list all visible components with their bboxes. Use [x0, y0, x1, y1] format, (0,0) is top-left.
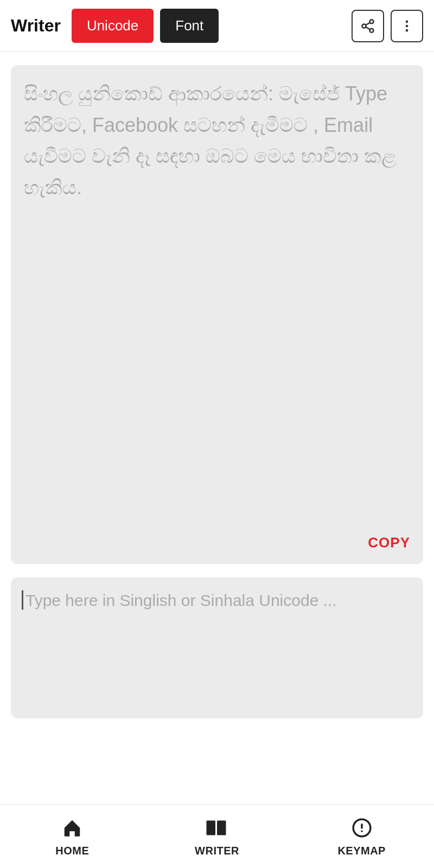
svg-point-5 [406, 20, 409, 23]
share-icon [360, 18, 375, 34]
main-content: සිංහල යුනිකොඩ් ආකාරයෙන්: මැසේජ් Type කිර… [0, 52, 434, 804]
writer-icon [206, 818, 228, 841]
svg-rect-9 [217, 821, 226, 835]
app-title: Writer [11, 16, 61, 36]
more-icon [399, 18, 414, 34]
svg-line-4 [366, 22, 370, 25]
text-cursor [22, 590, 23, 610]
keymap-icon [352, 818, 372, 841]
home-icon [62, 818, 82, 841]
share-button[interactable] [352, 10, 384, 42]
svg-rect-8 [207, 821, 216, 835]
svg-line-3 [366, 27, 370, 29]
app-header: Writer Unicode Font [0, 0, 434, 52]
bottom-navigation: HOME WRITER KEYMAP [0, 804, 434, 868]
unicode-button[interactable]: Unicode [72, 9, 154, 43]
output-area: සිංහල යුනිකොඩ් ආකාරයෙන්: මැසේජ් Type කිර… [11, 65, 423, 564]
input-placeholder: Type here in Singlish or Sinhala Unicode… [25, 588, 337, 612]
nav-writer-label: WRITER [195, 845, 239, 857]
output-text: සිංහල යුනිකොඩ් ආකාරයෙන්: මැසේජ් Type කිර… [24, 78, 410, 526]
copy-button[interactable]: COPY [368, 534, 410, 551]
nav-item-keymap[interactable]: KEYMAP [289, 813, 434, 861]
nav-home-label: HOME [55, 845, 89, 857]
nav-item-writer[interactable]: WRITER [145, 813, 290, 861]
input-area[interactable]: Type here in Singlish or Sinhala Unicode… [11, 577, 423, 718]
svg-point-6 [406, 24, 409, 27]
nav-keymap-label: KEYMAP [337, 845, 386, 857]
more-options-button[interactable] [391, 10, 423, 42]
svg-point-7 [406, 29, 409, 31]
nav-item-home[interactable]: HOME [0, 813, 145, 861]
font-button[interactable]: Font [160, 9, 219, 43]
